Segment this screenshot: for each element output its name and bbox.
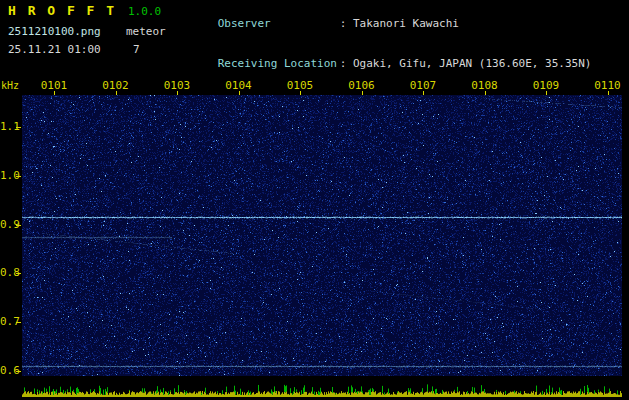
datetime-label: 25.11.21 01:00 — [8, 43, 101, 56]
y-axis-tickmark — [16, 322, 21, 323]
output-filename: 2511210100.png — [8, 25, 101, 38]
signal-level-canvas — [22, 379, 622, 397]
info-row-location: Receiving Location: Ogaki, Gifu, JAPAN (… — [178, 44, 591, 85]
y-axis-tickmark — [16, 176, 21, 177]
y-axis-tickmark — [16, 371, 21, 372]
echo-count: 7 — [133, 43, 140, 56]
info-value: : Ogaki, Gifu, JAPAN (136.60E, 35.35N) — [340, 57, 592, 70]
info-row-observer: Observer: Takanori Kawachi — [178, 3, 591, 44]
spectrogram-canvas — [22, 95, 622, 376]
mode-label: meteor — [126, 25, 166, 38]
y-axis-tickmark — [16, 273, 21, 274]
info-value: : Takanori Kawachi — [340, 17, 459, 30]
y-axis-tickmark — [16, 127, 21, 128]
app-title: H R O F F T — [8, 3, 116, 18]
info-label: Receiving Location — [218, 57, 340, 71]
hrofft-spectrogram-screen: H R O F F T 1.0.0 2511210100.png meteor … — [0, 0, 629, 400]
app-version: 1.0.0 — [128, 5, 161, 18]
info-label: Observer — [218, 17, 340, 31]
y-axis-unit-label: kHz — [1, 80, 19, 91]
y-axis-tickmark — [16, 225, 21, 226]
